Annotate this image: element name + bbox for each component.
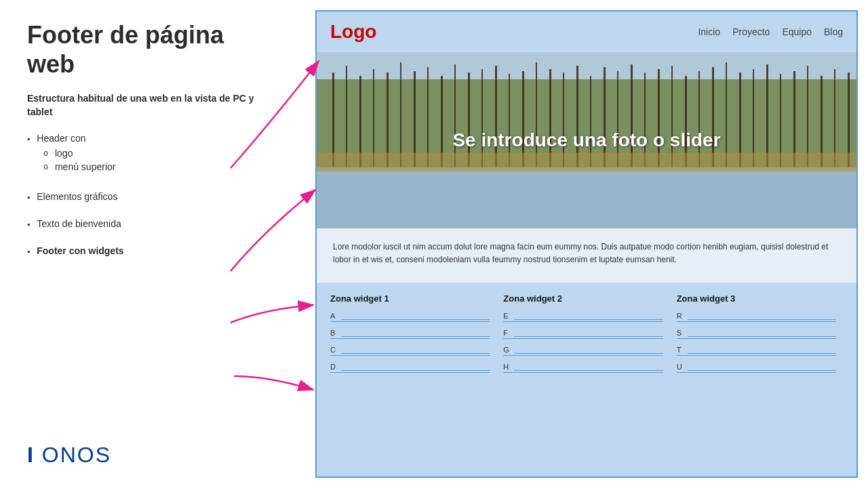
widget-title-3: Zona widget 3	[677, 293, 836, 304]
widget-title-1: Zona widget 1	[330, 293, 490, 304]
svg-rect-30	[712, 67, 714, 167]
widget-line-u: U	[677, 361, 836, 373]
svg-rect-43	[317, 171, 856, 174]
svg-rect-7	[400, 62, 401, 167]
widget-line-r: R	[677, 310, 836, 322]
item-content-4: Footer con widgets	[37, 245, 278, 256]
bullet-text-3: Texto de bienvenida	[37, 218, 121, 229]
item-content-2: Elementos gráficos	[37, 191, 278, 202]
bullet-text-4: Footer con widgets	[37, 245, 123, 256]
subtitle: Estructura habitual de una web en la vis…	[27, 92, 278, 119]
svg-rect-20	[576, 66, 578, 167]
item-content: Header con logo menú superior	[37, 133, 278, 175]
widget-title-2: Zona widget 2	[503, 293, 663, 304]
svg-rect-37	[807, 66, 808, 167]
nav-inicio[interactable]: Inicio	[698, 26, 720, 37]
mockup-content: Lore modolor iuscil ut nim accum dolut l…	[317, 228, 856, 283]
sub-item-logo: logo	[43, 148, 278, 159]
nav-blog[interactable]: Blog	[824, 26, 843, 37]
mockup-logo: Logo	[330, 21, 376, 43]
left-panel: Footer de página web Estructura habitual…	[0, 0, 305, 488]
svg-rect-27	[671, 66, 673, 167]
ionos-logo: I ONOS	[27, 443, 278, 468]
svg-rect-3	[346, 66, 347, 167]
widget-line-d: D	[330, 361, 490, 373]
list-item-footer: ▪ Footer con widgets	[27, 245, 278, 256]
widget-line-h: H	[503, 361, 663, 373]
sub-item-menu: menú superior	[43, 161, 278, 172]
mockup-footer: Zona widget 1 A B C D	[317, 283, 856, 476]
nav-equipo[interactable]: Equipo	[782, 26, 812, 37]
widget-zone-3: Zona widget 3 R S T U	[670, 293, 843, 466]
mockup-nav: Inicio Proyecto Equipo Blog	[698, 26, 843, 37]
sub-list: logo menú superior	[43, 148, 278, 172]
mockup-hero: Se introduce una foto o slider	[317, 52, 856, 228]
widget-line-t: T	[677, 344, 836, 356]
bullet-marker: ▪	[27, 134, 30, 144]
nav-proyecto[interactable]: Proyecto	[732, 26, 770, 37]
widget-line-b: B	[330, 327, 490, 339]
svg-rect-41	[317, 167, 856, 228]
web-mockup: Logo Inicio Proyecto Equipo Blog	[315, 10, 858, 478]
widget-line-c: C	[330, 344, 490, 356]
main-title: Footer de página web	[27, 20, 278, 79]
list-item-header: ▪ Header con logo menú superior	[27, 133, 278, 175]
widget-line-g: G	[503, 344, 663, 356]
bullet-marker-3: ▪	[27, 220, 30, 229]
widget-zone-1: Zona widget 1 A B C D	[330, 293, 496, 466]
bullet-text: Header con	[37, 133, 85, 144]
widget-line-f: F	[503, 327, 663, 339]
svg-rect-34	[766, 64, 768, 167]
svg-rect-24	[631, 64, 633, 167]
list-item-welcome: ▪ Texto de bienvenida	[27, 218, 278, 229]
bullet-text-2: Elementos gráficos	[37, 191, 117, 202]
widget-line-a: A	[330, 310, 490, 322]
bullet-marker-4: ▪	[27, 247, 30, 256]
list-item-graphics: ▪ Elementos gráficos	[27, 191, 278, 202]
svg-rect-42	[317, 152, 856, 173]
widget-line-e: E	[503, 310, 663, 322]
svg-rect-17	[536, 62, 537, 167]
svg-rect-31	[726, 62, 727, 167]
content-text: Lore modolor iuscil ut nim accum dolut l…	[333, 241, 840, 266]
hero-text: Se introduce una foto o slider	[452, 129, 720, 151]
ionos-text: I ONOS	[27, 443, 111, 468]
svg-rect-22	[604, 67, 606, 167]
svg-rect-14	[495, 66, 497, 167]
right-panel: Logo Inicio Proyecto Equipo Blog	[305, 0, 868, 488]
item-content-3: Texto de bienvenida	[37, 218, 278, 229]
svg-rect-11	[454, 64, 456, 167]
widget-line-s: S	[677, 327, 836, 339]
widget-zone-2: Zona widget 2 E F G H	[496, 293, 669, 466]
svg-rect-9	[427, 67, 429, 167]
bullet-list: ▪ Header con logo menú superior ▪ Elemen…	[27, 133, 278, 443]
mockup-header: Logo Inicio Proyecto Equipo Blog	[317, 12, 856, 52]
bullet-marker-2: ▪	[27, 192, 30, 202]
